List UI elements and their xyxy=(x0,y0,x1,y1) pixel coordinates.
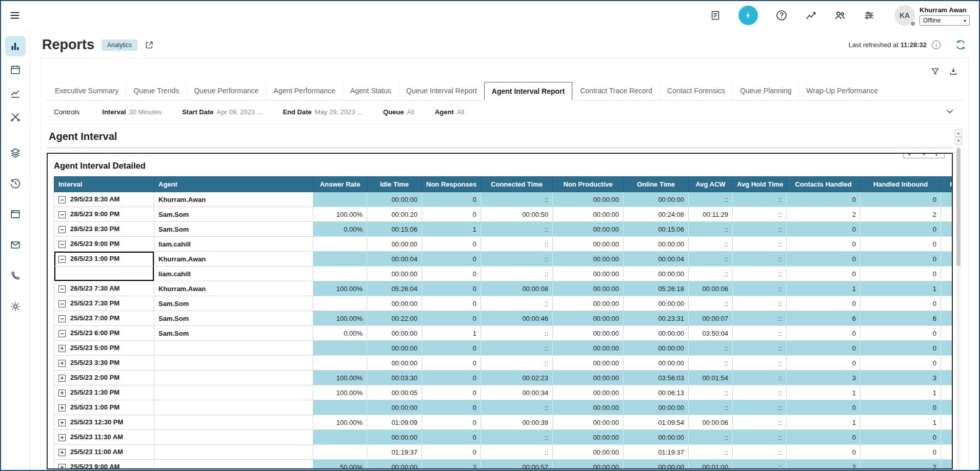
hamburger-menu-button[interactable] xyxy=(9,10,21,21)
tab-contact-forensics[interactable]: Contact Forensics xyxy=(659,82,732,100)
filter-end-date[interactable]: End DateMay 29, 2023 ... xyxy=(283,108,363,116)
column-header-non-productive[interactable]: Non Productive xyxy=(553,177,624,192)
scroll-up-icon[interactable]: ▲ xyxy=(955,129,962,137)
notes-icon[interactable] xyxy=(710,10,721,21)
collapse-row-icon[interactable]: − xyxy=(58,256,66,263)
filter-icon[interactable] xyxy=(931,67,939,76)
column-header-avg-acw[interactable]: Avg ACW xyxy=(689,177,733,192)
sidebar-item-schedule[interactable] xyxy=(5,59,26,80)
tab-queue-trends[interactable]: Queue Trends xyxy=(126,82,186,100)
refresh-icon[interactable] xyxy=(955,39,967,51)
contacts-icon[interactable] xyxy=(834,9,846,22)
status-select[interactable]: Offline ▾ xyxy=(919,15,970,26)
tab-agent-status[interactable]: Agent Status xyxy=(343,82,398,100)
table-row[interactable]: −29/5/23 8:30 AMKhurram.Awan00:00:000::0… xyxy=(54,192,952,207)
tab-executive-summary[interactable]: Executive Summary xyxy=(48,82,126,100)
vertical-scrollbar[interactable]: ▲ ▼ xyxy=(955,129,962,469)
column-header-interval[interactable]: Interval xyxy=(54,177,154,192)
metrics-icon[interactable] xyxy=(805,10,816,21)
collapse-row-icon[interactable]: − xyxy=(58,226,66,233)
table-row[interactable]: −26/5/23 7:30 AMKhurram.Awan100.00%05:26… xyxy=(54,281,952,296)
column-header-idle-time[interactable]: Idle Time xyxy=(367,177,422,192)
collapse-row-icon[interactable]: − xyxy=(58,300,66,308)
lightning-icon[interactable] xyxy=(738,6,758,25)
column-header-han[interactable]: Han xyxy=(941,177,952,192)
scrollbar-thumb[interactable] xyxy=(956,148,961,266)
table-row[interactable]: +25/5/23 11:30 AM00:00:000::00:00:0000:0… xyxy=(54,430,952,445)
table-row[interactable]: −25/5/23 7:30 PMSam.Som00:00:000::00:00:… xyxy=(54,296,952,311)
table-row[interactable]: +25/5/23 3:30 PM00:00:000::00:00:0000:00… xyxy=(54,356,952,371)
kebab-menu-icon[interactable]: ⋮ xyxy=(933,153,940,156)
tab-queue-interval-report[interactable]: Queue Interval Report xyxy=(398,82,484,100)
expand-row-icon[interactable]: + xyxy=(58,404,66,412)
external-link-icon[interactable] xyxy=(145,40,154,50)
table-row[interactable]: +25/5/23 2:00 PM100.00%00:03:30000:02:23… xyxy=(54,371,952,385)
column-header-online-time[interactable]: Online Time xyxy=(624,177,689,192)
collapse-row-icon[interactable]: − xyxy=(58,285,66,293)
column-header-handled-inbound[interactable]: Handled Inbound xyxy=(861,177,941,192)
filter-interval[interactable]: Interval30 Minutes xyxy=(102,108,162,116)
tab-agent-performance[interactable]: Agent Performance xyxy=(266,82,343,100)
table-row[interactable]: +25/5/23 1:00 PM00:00:000::00:00:0000:00… xyxy=(54,400,952,415)
expand-icon[interactable] xyxy=(908,153,915,156)
table-row[interactable]: −25/5/23 7:00 PMSam.Som100.00%00:22:0000… xyxy=(54,311,952,326)
help-icon[interactable] xyxy=(775,9,788,22)
table-row[interactable]: +25/5/23 11:00 AM01:19:370::00:00:0001:1… xyxy=(54,445,952,460)
column-header-avg-hold-time[interactable]: Avg Hold Time xyxy=(733,177,787,192)
table-row[interactable]: +25/5/23 12:30 PM100.00%01:09:09000:00:3… xyxy=(54,415,952,430)
sidebar-item-analytics[interactable] xyxy=(5,36,26,56)
controls-collapse-chevron[interactable] xyxy=(945,106,955,118)
tab-queue-performance[interactable]: Queue Performance xyxy=(186,82,266,100)
sidebar-item-metrics[interactable] xyxy=(5,83,26,104)
avatar[interactable]: KA xyxy=(894,5,915,26)
filter-agent[interactable]: AgentAll xyxy=(435,108,464,116)
expand-row-icon[interactable]: + xyxy=(58,419,66,426)
column-header-contacts-handled[interactable]: Contacts Handled xyxy=(787,177,861,192)
settings-sliders-icon[interactable] xyxy=(864,10,875,21)
column-header-answer-rate[interactable]: Answer Rate xyxy=(313,177,367,192)
sidebar-item-phone[interactable] xyxy=(5,265,26,286)
table-row[interactable]: −28/5/23 8:30 PMSam.Som0.00%00:15:061::0… xyxy=(54,222,952,237)
collapse-row-icon[interactable]: − xyxy=(58,211,66,218)
column-header-non-responses[interactable]: Non Responses xyxy=(422,177,481,192)
table-row[interactable]: +25/5/23 9:00 AM50.00%00:00:00200:00:570… xyxy=(54,460,952,470)
tab-agent-interval-report[interactable]: Agent Interval Report xyxy=(484,82,572,100)
download-icon[interactable] xyxy=(949,67,958,76)
table-row[interactable]: +25/5/23 5:00 PM00:00:000::00:00:0000:00… xyxy=(54,341,952,356)
sidebar-item-tools[interactable] xyxy=(5,107,26,127)
table-row[interactable]: +25/5/23 1:30 PM100.00%00:00:05000:00:34… xyxy=(54,385,952,400)
tab-queue-planning[interactable]: Queue Planning xyxy=(732,82,798,100)
filter-start-date[interactable]: Start DateApr 09, 2023 ... xyxy=(182,108,262,116)
tab-contract-trace-record[interactable]: Contract Trace Record xyxy=(572,82,659,100)
expand-row-icon[interactable]: + xyxy=(58,345,66,352)
sidebar-item-layers[interactable] xyxy=(5,142,26,163)
sidebar-item-settings[interactable] xyxy=(5,296,26,317)
expand-row-icon[interactable]: + xyxy=(58,390,66,397)
table-row[interactable]: liam.cahill00:00:000::00:00:0000:00:00::… xyxy=(54,267,952,281)
panel-filter-icon[interactable] xyxy=(921,153,927,156)
filter-queue[interactable]: QueueAll xyxy=(383,108,414,116)
collapse-row-icon[interactable]: − xyxy=(58,241,66,248)
collapse-row-icon[interactable]: − xyxy=(58,196,66,203)
sidebar-item-history[interactable] xyxy=(5,173,26,194)
expand-row-icon[interactable]: + xyxy=(58,449,66,456)
table-row[interactable]: −28/5/23 9:00 PMSam.Som100.00%00:00:2000… xyxy=(54,207,952,222)
scroll-down-icon[interactable]: ▼ xyxy=(955,137,962,145)
expand-row-icon[interactable]: + xyxy=(58,375,66,382)
collapse-row-icon[interactable]: − xyxy=(58,315,66,322)
sidebar-item-browser[interactable] xyxy=(5,204,26,224)
expand-row-icon[interactable]: + xyxy=(58,434,66,441)
expand-row-icon[interactable]: + xyxy=(58,464,66,469)
info-icon[interactable]: i xyxy=(932,40,941,49)
column-header-connected-time[interactable]: Connected Time xyxy=(481,177,553,192)
sidebar-item-mail[interactable] xyxy=(5,235,26,255)
table-row[interactable]: −26/5/23 1:00 PMKhurram.Awan00:00:040::0… xyxy=(54,252,952,267)
collapse-row-icon[interactable]: − xyxy=(58,330,66,337)
column-header-agent[interactable]: Agent xyxy=(154,177,313,192)
table-row[interactable]: −25/5/23 6:00 PMSam.Som0.00%00:00:001::0… xyxy=(54,326,952,341)
tab-wrap-up-performance[interactable]: Wrap-Up Performance xyxy=(798,82,885,100)
scrollbar-track[interactable] xyxy=(956,146,961,469)
expand-row-icon[interactable]: + xyxy=(58,360,66,367)
table-row[interactable]: −26/5/23 9:00 PMliam.cahill00:00:000::00… xyxy=(54,237,952,252)
cell-avg-hold-time: :: xyxy=(733,281,787,296)
